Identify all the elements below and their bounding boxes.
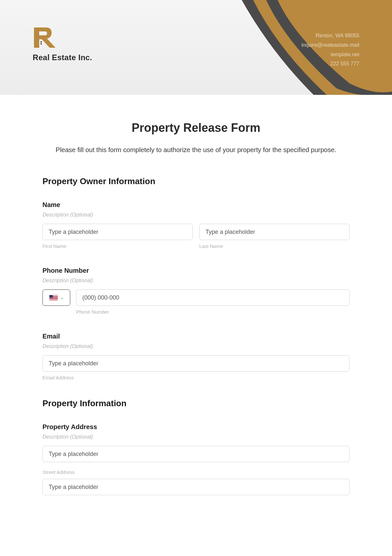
form-title: Property Release Form [42,121,350,135]
svg-rect-0 [41,41,42,43]
address-label: Property Address [42,423,350,431]
email-sublabel: Email Address [42,375,350,380]
contact-address: Renton, WA 98055 [302,31,359,41]
phone-number-input[interactable] [76,289,350,306]
email-label: Email [42,333,350,340]
chevron-down-icon: ⌄ [60,295,64,300]
first-name-input[interactable] [42,224,193,240]
street-address-sublabel: Street Address [42,469,350,475]
phone-field-group: Phone Number Description (Optional) ⌄ Ph… [42,267,350,315]
last-name-sublabel: Last Name [199,243,350,249]
email-desc: Description (Optional) [42,343,350,349]
name-desc: Description (Optional) [42,212,350,218]
form-body: Property Release Form Please fill out th… [0,95,392,526]
first-name-sublabel: First Name [42,243,193,249]
form-intro: Please fill out this form completely to … [42,145,350,155]
name-field-group: Name Description (Optional) First Name L… [42,201,350,249]
contact-website: template.net [302,50,359,60]
header-decoration [196,0,392,95]
street-address-input[interactable] [42,446,350,462]
page-header: Real Estate Inc. Renton, WA 98055 inquir… [0,0,392,95]
address-field-group: Property Address Description (Optional) … [42,423,350,495]
country-code-select[interactable]: ⌄ [42,289,70,306]
section-property-info-heading: Property Information [42,398,350,408]
name-label: Name [42,201,350,209]
last-name-input[interactable] [199,224,350,240]
contact-email: inquire@realeastate.mail [302,41,359,50]
phone-label: Phone Number [42,267,350,274]
phone-desc: Description (Optional) [42,278,350,284]
phone-sublabel: Phone Number [76,309,350,315]
contact-info: Renton, WA 98055 inquire@realeastate.mai… [302,31,359,69]
logo-block: Real Estate Inc. [33,26,92,62]
address-desc: Description (Optional) [42,434,350,440]
contact-phone: 222 555 777 [302,59,359,69]
section-owner-info-heading: Property Owner Information [42,176,350,186]
logo-icon [33,26,56,49]
address-line2-input[interactable] [42,479,350,495]
us-flag-icon [49,295,58,301]
svg-rect-1 [41,43,42,44]
email-input[interactable] [42,355,350,372]
company-name: Real Estate Inc. [33,53,92,62]
email-field-group: Email Description (Optional) Email Addre… [42,333,350,380]
